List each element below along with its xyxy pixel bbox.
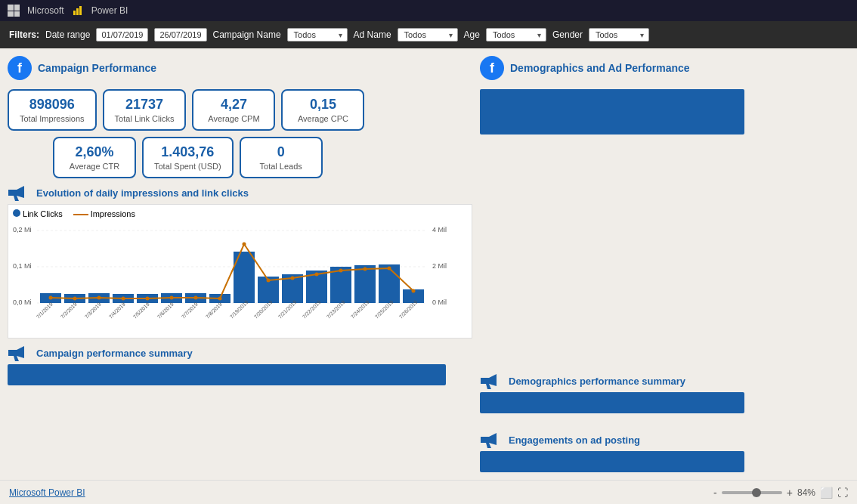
powerbi-label: Power BI — [91, 5, 128, 16]
link-clicks-value: 21737 — [115, 97, 175, 113]
powerbi-icon — [72, 5, 84, 17]
gender-label: Gender — [552, 29, 583, 40]
campaign-performance-header: f Campaign Performance — [8, 56, 472, 80]
svg-point-32 — [73, 297, 77, 301]
left-panel: f Campaign Performance 898096 Total Impr… — [8, 56, 472, 472]
svg-text:0,1 Mi: 0,1 Mi — [13, 262, 32, 270]
legend-impressions: Impressions — [91, 209, 135, 218]
chart-section: Evolution of daily impressions and link … — [8, 184, 472, 339]
svg-text:7/6/2019: 7/6/2019 — [156, 301, 175, 320]
link-clicks-label: Total Link Clicks — [115, 114, 175, 123]
svg-point-43 — [339, 269, 343, 273]
svg-point-35 — [146, 297, 150, 301]
avg-cpc-value: 0,15 — [293, 97, 352, 113]
svg-marker-63 — [11, 346, 24, 358]
svg-rect-67 — [481, 378, 484, 384]
engagements-header: Engagements on ad posting — [480, 431, 849, 448]
demographics-ad-bar — [480, 89, 744, 135]
campaign-name-dropdown[interactable]: Todos ▾ — [287, 28, 348, 42]
chevron-down-icon-2: ▾ — [449, 31, 453, 39]
avg-ctr-value: 2,60% — [65, 144, 124, 160]
svg-marker-66 — [483, 374, 497, 386]
avg-cpm-value: 4,27 — [204, 97, 263, 113]
windows-icon — [8, 5, 20, 17]
fullscreen-icon[interactable]: ⛶ — [837, 487, 848, 499]
svg-text:7/7/2019: 7/7/2019 — [181, 301, 199, 320]
demographics-title: Demographics and Ad Performance — [510, 62, 690, 74]
kpi-avg-cpc: 0,15 Average CPC — [281, 89, 364, 131]
zoom-controls: - + 84% ⬜ ⛶ — [713, 487, 848, 499]
filter-bar: Filters: Date range 01/07/2019 26/07/201… — [0, 21, 857, 48]
svg-rect-64 — [8, 350, 11, 356]
svg-point-42 — [315, 273, 319, 277]
svg-point-36 — [170, 296, 174, 300]
kpi-total-spent: 1.403,76 Total Spent (USD) — [142, 137, 234, 178]
svg-rect-1 — [76, 8, 79, 15]
right-panel: f Demographics and Ad Performance Demogr… — [480, 56, 849, 472]
megaphone-icon-4 — [480, 431, 503, 448]
megaphone-icon-2 — [8, 345, 30, 361]
svg-text:7/2/2019: 7/2/2019 — [60, 301, 78, 320]
demographics-summary-title: Demographics performance summary — [509, 376, 685, 387]
svg-point-34 — [122, 297, 125, 301]
svg-marker-5 — [14, 196, 19, 201]
impressions-value: 898096 — [20, 97, 85, 113]
fit-page-icon[interactable]: ⬜ — [820, 487, 833, 499]
demographics-summary-header: Demographics performance summary — [480, 373, 849, 389]
date-end[interactable]: 26/07/2019 — [154, 28, 206, 42]
gender-dropdown[interactable]: Todos ▾ — [589, 28, 649, 42]
kpi-row-2: 2,60% Average CTR 1.403,76 Total Spent (… — [53, 137, 472, 178]
svg-point-46 — [412, 289, 416, 293]
engagements-title: Engagements on ad posting — [509, 434, 640, 446]
svg-rect-0 — [73, 11, 76, 15]
zoom-slider[interactable] — [722, 491, 782, 494]
kpi-impressions: 898096 Total Impressions — [8, 89, 97, 131]
svg-marker-3 — [11, 186, 24, 198]
demographics-summary-section: Demographics performance summary — [480, 373, 849, 425]
svg-marker-69 — [483, 433, 497, 445]
svg-text:7/5/2019: 7/5/2019 — [132, 301, 150, 320]
powerbi-link[interactable]: Microsoft Power BI — [9, 487, 85, 498]
svg-point-31 — [49, 296, 53, 300]
zoom-plus-btn[interactable]: + — [787, 487, 793, 499]
svg-point-39 — [243, 243, 246, 246]
facebook-icon-right: f — [480, 56, 504, 80]
svg-text:7/1/2019: 7/1/2019 — [36, 301, 54, 320]
chart-title: Evolution of daily impressions and link … — [36, 187, 249, 199]
campaign-summary-bar — [8, 364, 446, 385]
microsoft-label: Microsoft — [27, 5, 64, 16]
engagements-bar — [480, 451, 744, 472]
kpi-link-clicks: 21737 Total Link Clicks — [103, 89, 187, 131]
chevron-down-icon: ▾ — [339, 31, 342, 39]
date-start[interactable]: 01/07/2019 — [96, 28, 148, 42]
kpi-avg-ctr: 2,60% Average CTR — [53, 137, 136, 178]
title-bar: Microsoft Power BI — [0, 0, 857, 21]
chevron-down-icon-4: ▾ — [640, 31, 644, 39]
svg-text:0 Mil: 0 Mil — [432, 298, 447, 306]
megaphone-icon — [8, 184, 30, 201]
chart-legend: Link Clicks Impressions — [13, 209, 467, 218]
avg-ctr-label: Average CTR — [65, 162, 124, 171]
svg-marker-65 — [14, 356, 19, 361]
kpi-row-1: 898096 Total Impressions 21737 Total Lin… — [8, 89, 472, 131]
age-dropdown[interactable]: Todos ▾ — [486, 28, 546, 42]
svg-marker-68 — [486, 384, 491, 389]
campaign-summary-title: Campaign performance summary — [36, 348, 193, 359]
svg-text:0,2 Mi: 0,2 Mi — [13, 226, 32, 233]
svg-text:7/8/2019: 7/8/2019 — [205, 301, 223, 320]
bottom-bar: Microsoft Power BI - + 84% ⬜ ⛶ — [0, 480, 857, 504]
spacer — [480, 147, 849, 366]
ad-name-dropdown[interactable]: Todos ▾ — [398, 28, 458, 42]
legend-clicks: Link Clicks — [23, 209, 63, 218]
svg-point-33 — [97, 296, 101, 300]
chart-svg: 0,2 Mi 0,1 Mi 0,0 Mi 4 Mil 2 Mil 0 Mil — [13, 221, 451, 331]
date-range-label: Date range — [45, 29, 90, 40]
main-content: f Campaign Performance 898096 Total Impr… — [0, 48, 857, 480]
svg-text:2 Mil: 2 Mil — [432, 262, 447, 270]
total-leads-label: Total Leads — [252, 162, 311, 171]
svg-text:4 Mil: 4 Mil — [432, 226, 447, 233]
campaign-summary-header: Campaign performance summary — [8, 345, 472, 361]
zoom-minus-btn[interactable]: - — [713, 487, 717, 499]
svg-point-44 — [364, 267, 367, 271]
svg-point-40 — [267, 279, 271, 283]
